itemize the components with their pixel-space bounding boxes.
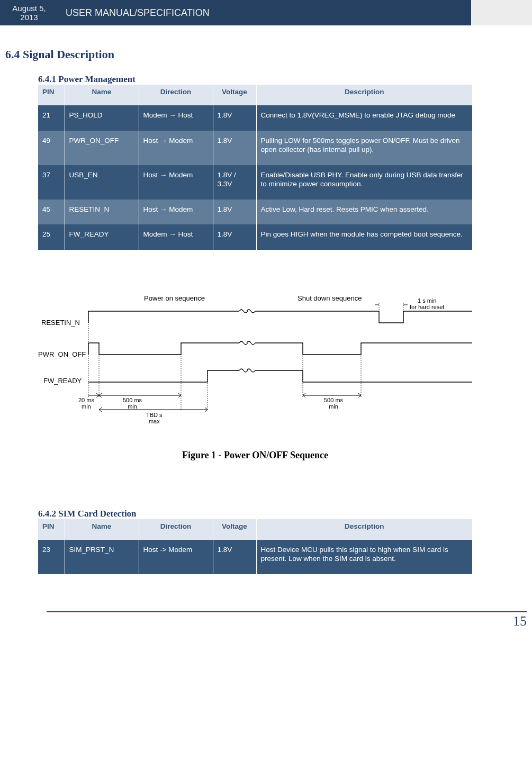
heading-power-management: 6.4.1 Power Management — [38, 74, 527, 85]
th-description: Description — [256, 519, 472, 540]
header-bar: August 5, 2013 USER MANUAL/SPECIFICATION — [0, 0, 532, 25]
footer-rule — [47, 611, 527, 612]
table-row: 45 RESETIN_N Host → Modem 1.8V Active Lo… — [38, 200, 472, 225]
diagram-label-power-on: Power on sequence — [144, 294, 205, 302]
diagram-label-hard-reset: 1 s min for hard reset — [410, 297, 444, 310]
diagram-label-shutdown: Shut down sequence — [297, 294, 362, 302]
th-name: Name — [65, 519, 139, 540]
table-row: 21 PS_HOLD Modem → Host 1.8V Connect to … — [38, 105, 472, 131]
table-power-management: PIN Name Direction Voltage Description 2… — [38, 85, 472, 250]
diagram-t-500ms: 500 ms min — [123, 397, 142, 410]
th-voltage: Voltage — [213, 85, 256, 105]
table-row: 23 SIM_PRST_N Host -> Modem 1.8V Host De… — [38, 540, 472, 574]
diagram-signal-pwronoff: PWR_ON_OFF — [38, 350, 86, 358]
heading-signal-description: 6.4 Signal Description — [5, 48, 527, 61]
th-direction: Direction — [139, 519, 213, 540]
heading-sim-card-detection: 6.4.2 SIM Card Detection — [38, 509, 527, 519]
header-title-wrap: USER MANUAL/SPECIFICATION — [58, 0, 532, 25]
th-voltage: Voltage — [213, 519, 256, 540]
table-row: 37 USB_EN Host → Modem 1.8V / 3.3V Enabl… — [38, 165, 472, 200]
table-sim-card-detection: PIN Name Direction Voltage Description 2… — [38, 519, 472, 574]
diagram-t-20ms: 20 ms min — [78, 397, 94, 410]
figure-caption: Figure 1 - Power ON/OFF Sequence — [38, 450, 472, 461]
table-row: 25 FW_READY Modem → Host 1.8V Pin goes H… — [38, 224, 472, 250]
th-pin: PIN — [38, 519, 65, 540]
header-title: USER MANUAL/SPECIFICATION — [58, 0, 471, 25]
timing-diagram: Power on sequence Shut down sequence 1 s… — [38, 292, 472, 435]
page-number: 15 — [0, 613, 532, 629]
footer: 15 — [0, 611, 532, 629]
diagram-t-tbd: TBD s max — [146, 412, 163, 424]
header-date: August 5, 2013 — [0, 0, 58, 25]
diagram-signal-resetin: RESETIN_N — [41, 319, 80, 327]
th-direction: Direction — [139, 85, 213, 105]
diagram-signal-fwready: FW_READY — [43, 377, 82, 385]
th-pin: PIN — [38, 85, 65, 105]
th-name: Name — [65, 85, 139, 105]
diagram-t-500ms-b: 500 ms min — [324, 397, 343, 410]
th-description: Description — [256, 85, 472, 105]
table-row: 49 PWR_ON_OFF Host → Modem 1.8V Pulling … — [38, 131, 472, 165]
